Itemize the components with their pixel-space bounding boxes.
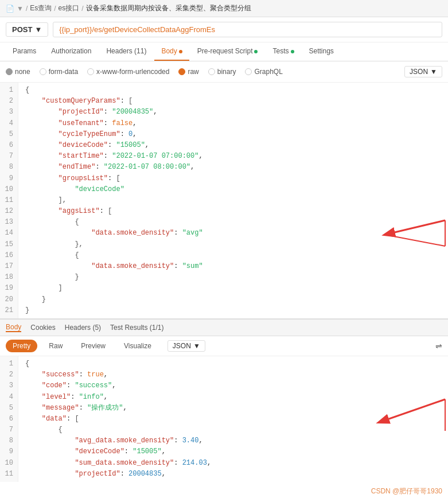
tab-prerequest[interactable]: Pre-request Script xyxy=(190,42,265,61)
section-tab-body[interactable]: Body xyxy=(6,323,21,332)
json-format-selector[interactable]: JSON ▼ xyxy=(404,66,442,77)
response-json-selector[interactable]: JSON ▼ xyxy=(167,340,205,352)
method-chevron: ▼ xyxy=(34,25,42,34)
breadcrumb: 📄 ▼ / Es查询 / es接口 / 设备采集数据周期内按设备、采集类型、聚合… xyxy=(0,0,448,17)
radio-none[interactable]: none xyxy=(6,68,30,76)
response-code-content: { "success": true, "code": "success", "l… xyxy=(18,356,448,482)
radio-formdata[interactable]: form-data xyxy=(40,68,78,76)
prerequest-dot xyxy=(254,50,258,53)
json-chevron: ▼ xyxy=(430,68,437,76)
response-section-tabs: Body Cookies Headers (5) Test Results (1… xyxy=(0,319,448,336)
tab-tests[interactable]: Tests xyxy=(266,42,301,61)
body-types: none form-data x-www-form-urlencoded raw… xyxy=(0,61,448,83)
response-line-numbers: 12345 678910 11 xyxy=(0,356,18,482)
request-code-content: { "customQueryParams": [ "projectId": "2… xyxy=(18,83,448,318)
tab-authorization[interactable]: Authorization xyxy=(44,42,98,61)
resp-btn-pretty[interactable]: Pretty xyxy=(6,340,37,352)
resp-json-chevron: ▼ xyxy=(193,342,200,350)
url-input[interactable] xyxy=(53,22,442,37)
body-dot xyxy=(179,50,182,53)
section-tab-cookies[interactable]: Cookies xyxy=(30,324,55,332)
breadcrumb-sep: / xyxy=(26,5,28,13)
breadcrumb-part2[interactable]: es接口 xyxy=(59,3,80,13)
radio-graphql-circle xyxy=(245,68,252,75)
breadcrumb-current: 设备采集数据周期内按设备、采集类型、聚合类型分组 xyxy=(86,3,251,13)
breadcrumb-sep: ▼ xyxy=(17,5,24,13)
resp-btn-preview[interactable]: Preview xyxy=(74,340,112,352)
filter-icon[interactable]: ⇌ xyxy=(435,341,442,351)
radio-none-circle xyxy=(6,68,13,75)
tab-settings[interactable]: Settings xyxy=(302,42,341,61)
response-code-editor[interactable]: 12345 678910 11 { "success": true, "code… xyxy=(0,356,448,482)
response-controls: Pretty Raw Preview Visualize JSON ▼ ⇌ xyxy=(0,336,448,356)
resp-btn-raw[interactable]: Raw xyxy=(42,340,69,352)
tab-params[interactable]: Params xyxy=(6,42,43,61)
section-tab-headers[interactable]: Headers (5) xyxy=(65,324,101,332)
radio-graphql[interactable]: GraphQL xyxy=(245,68,282,76)
tab-headers[interactable]: Headers (11) xyxy=(99,42,153,61)
radio-formdata-circle xyxy=(40,68,46,75)
tab-body[interactable]: Body xyxy=(154,42,189,61)
resp-btn-visualize[interactable]: Visualize xyxy=(117,340,158,352)
breadcrumb-part1[interactable]: Es查询 xyxy=(30,3,52,13)
json-label: JSON xyxy=(410,68,428,76)
radio-binary[interactable]: binary xyxy=(208,68,236,76)
breadcrumb-icon: 📄 xyxy=(6,5,14,13)
request-code-editor[interactable]: 12345 678910 1112131415 1617181920 21 { … xyxy=(0,83,448,319)
radio-binary-circle xyxy=(208,68,215,75)
response-json-label: JSON xyxy=(173,342,191,350)
method-selector[interactable]: POST ▼ xyxy=(6,22,48,37)
radio-raw[interactable]: raw xyxy=(178,68,198,76)
radio-urlencoded-circle xyxy=(87,68,94,75)
request-line-numbers: 12345 678910 1112131415 1617181920 21 xyxy=(0,83,18,318)
tabs-row: Params Authorization Headers (11) Body P… xyxy=(0,42,448,61)
radio-urlencoded[interactable]: x-www-form-urlencoded xyxy=(87,68,169,76)
method-label: POST xyxy=(12,25,32,34)
tests-dot xyxy=(291,50,294,53)
section-tab-testresults[interactable]: Test Results (1/1) xyxy=(110,324,163,332)
radio-raw-circle xyxy=(178,68,185,75)
url-bar: POST ▼ xyxy=(0,17,448,42)
